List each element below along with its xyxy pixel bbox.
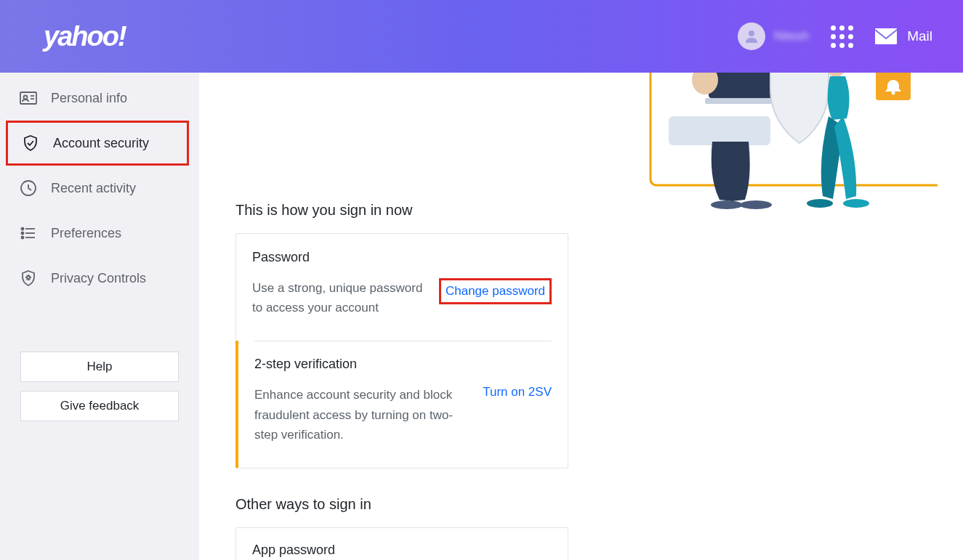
- annotation-highlight: Account security: [6, 121, 189, 166]
- sidebar-item-account-security[interactable]: Account security: [8, 123, 187, 163]
- sidebar-footer: Help Give feedback: [0, 352, 199, 430]
- sidebar-item-label: Preferences: [51, 226, 121, 241]
- username: Nitesh: [774, 29, 809, 44]
- sidebar-item-label: Privacy Controls: [51, 271, 146, 286]
- sidebar: Personal info Account security Recent ac…: [0, 73, 199, 560]
- yahoo-logo[interactable]: yahoo!: [44, 21, 126, 52]
- twostep-title: 2-step verification: [254, 357, 552, 372]
- twostep-description: Enhance account security and block fraud…: [254, 385, 472, 445]
- svg-point-3: [24, 96, 28, 100]
- svg-point-7: [22, 228, 24, 230]
- clock-icon: [19, 179, 38, 198]
- shield-icon: [21, 134, 40, 153]
- other-signin-heading: Other ways to sign in: [235, 496, 927, 513]
- person-icon: [743, 28, 760, 45]
- sidebar-item-label: Personal info: [51, 91, 127, 106]
- sidebar-item-privacy-controls[interactable]: Privacy Controls: [0, 256, 199, 301]
- svg-point-9: [22, 232, 24, 235]
- mail-label: Mail: [907, 28, 932, 44]
- twostep-section: 2-step verification Enhance account secu…: [235, 341, 568, 468]
- avatar-area[interactable]: Nitesh: [738, 23, 809, 50]
- svg-rect-2: [20, 92, 36, 104]
- svg-point-25: [892, 92, 895, 95]
- illustration: [625, 73, 938, 229]
- sidebar-item-preferences[interactable]: Preferences: [0, 211, 199, 256]
- id-card-icon: [19, 89, 38, 107]
- svg-point-11: [22, 237, 24, 239]
- main: Personal info Account security Recent ac…: [0, 73, 963, 560]
- avatar[interactable]: [738, 23, 765, 50]
- svg-point-20: [740, 200, 772, 209]
- svg-point-23: [843, 199, 869, 208]
- other-signin-card: App password: [235, 527, 568, 560]
- sidebar-item-label: Recent activity: [51, 181, 136, 196]
- mail-icon: [875, 28, 897, 44]
- sidebar-item-label: Account security: [53, 136, 149, 151]
- svg-point-13: [27, 276, 30, 279]
- change-password-link[interactable]: Change password: [446, 284, 545, 298]
- svg-point-22: [807, 199, 833, 208]
- content: This is how you sign in now Password Use…: [199, 73, 963, 560]
- feedback-button[interactable]: Give feedback: [20, 391, 179, 421]
- svg-point-19: [711, 200, 743, 209]
- sidebar-item-recent-activity[interactable]: Recent activity: [0, 166, 199, 211]
- shield-gear-icon: [19, 269, 38, 288]
- svg-rect-15: [709, 73, 774, 98]
- sidebar-item-personal-info[interactable]: Personal info: [0, 76, 199, 121]
- password-description: Use a strong, unique password to access …: [252, 278, 429, 317]
- apps-menu-icon[interactable]: [831, 25, 853, 48]
- signin-card: Password Use a strong, unique password t…: [235, 233, 568, 468]
- svg-rect-16: [705, 98, 778, 104]
- header: yahoo! Nitesh Mail: [0, 0, 963, 73]
- app-password-title: App password: [252, 543, 552, 558]
- password-section: Password Use a strong, unique password t…: [236, 234, 568, 341]
- help-button[interactable]: Help: [20, 352, 179, 382]
- svg-rect-1: [875, 28, 897, 44]
- password-title: Password: [252, 250, 552, 265]
- svg-rect-18: [669, 116, 770, 145]
- svg-point-0: [749, 31, 754, 36]
- list-icon: [19, 224, 38, 243]
- turn-on-2sv-link[interactable]: Turn on 2SV: [483, 385, 552, 399]
- mail-link[interactable]: Mail: [875, 28, 932, 44]
- annotation-highlight: Change password: [439, 278, 552, 304]
- header-right: Nitesh Mail: [738, 23, 932, 50]
